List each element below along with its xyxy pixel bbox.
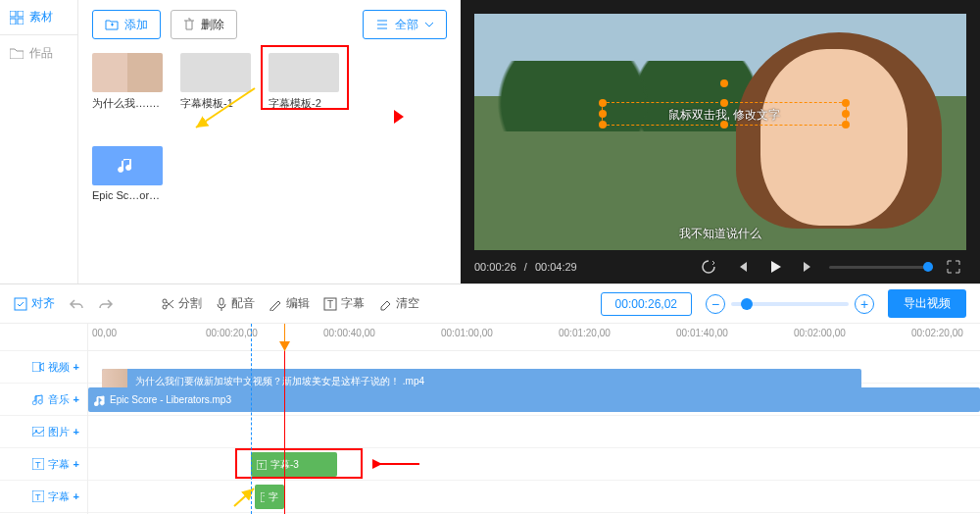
track-image[interactable]: 图片+ (0, 425, 87, 439)
delete-label: 删除 (201, 17, 224, 33)
template-thumb (180, 53, 251, 92)
track-audio[interactable]: 音乐+ (0, 392, 87, 407)
sidebar: 素材 作品 (0, 0, 78, 283)
svg-text:T: T (327, 299, 333, 310)
next-button[interactable] (796, 254, 821, 280)
clear-label: 清空 (396, 295, 419, 312)
track-video[interactable]: 视频+ (0, 360, 87, 375)
prev-button[interactable] (729, 254, 755, 280)
video-icon (32, 362, 44, 372)
filter-label: 全部 (395, 17, 418, 33)
split-tool[interactable]: 分割 (161, 295, 202, 312)
tab-works-label: 作品 (29, 45, 53, 62)
player-controls: 00:00:26/00:04:29 (461, 250, 980, 283)
eraser-icon (378, 297, 392, 311)
video-canvas[interactable]: 鼠标双击我, 修改文字 我不知道说什么 (474, 14, 966, 250)
undo-button[interactable] (69, 297, 84, 311)
music-icon (32, 393, 44, 405)
align-label: 对齐 (31, 295, 55, 312)
align-toggle[interactable]: 对齐 (14, 295, 55, 312)
svg-rect-2 (10, 19, 16, 25)
image-icon (32, 427, 44, 437)
music-icon (118, 156, 137, 176)
library-toolbar: 添加 删除 全部 (92, 10, 447, 39)
voice-tool[interactable]: 配音 (216, 295, 255, 312)
media-item[interactable]: Epic Sc…ors.mp3 (92, 146, 163, 201)
subtitle-tool[interactable]: T字幕 (323, 295, 365, 312)
edit-label: 编辑 (286, 295, 310, 312)
track-row-audio[interactable]: Epic Score - Liberators.mp3 (88, 384, 980, 416)
zoom-slider[interactable] (731, 302, 849, 306)
annotation-arrow-red (372, 454, 421, 474)
media-item[interactable]: 字幕模板-2 (269, 53, 339, 111)
overlay-edit-text[interactable]: 鼠标双击我, 修改文字 (603, 107, 846, 124)
trash-icon (183, 18, 195, 31)
track-row-sub2[interactable]: T字 (88, 481, 980, 513)
caption-text: 我不知道说什么 (474, 226, 966, 242)
tab-media-label: 素材 (29, 9, 53, 26)
edit-tool[interactable]: 编辑 (269, 295, 310, 312)
list-icon (375, 19, 389, 30)
text-icon: T (32, 458, 44, 470)
time-ruler[interactable]: 00,00 00:00:20,00 00:00:40,00 00:01:00,0… (88, 324, 980, 351)
clear-tool[interactable]: 清空 (378, 295, 419, 312)
timeline: 对齐 分割 配音 编辑 T字幕 清空 00:00:26,02 − + 导出视频 … (0, 283, 980, 514)
timeline-toolbar: 对齐 分割 配音 编辑 T字幕 清空 00:00:26,02 − + 导出视频 (0, 284, 980, 324)
zoom-out-button[interactable]: − (706, 294, 725, 314)
media-item[interactable]: 字幕模板-1 (180, 53, 251, 111)
svg-rect-0 (10, 11, 16, 17)
volume-slider[interactable] (829, 266, 933, 269)
play-button[interactable] (762, 254, 788, 280)
folder-icon (10, 46, 24, 60)
pencil-icon (269, 297, 282, 311)
tab-media[interactable]: 素材 (0, 0, 77, 35)
track-row-video[interactable]: 为什么我们要做新加坡中文视频？新加坡美女是这样子说的！ .mp4 (88, 351, 980, 384)
svg-text:T: T (263, 493, 265, 502)
redo-button[interactable] (98, 297, 114, 311)
tab-works[interactable]: 作品 (0, 35, 77, 71)
media-name: 字幕模板-1 (180, 96, 251, 111)
svg-text:T: T (259, 461, 264, 470)
svg-point-6 (163, 299, 167, 303)
mic-icon (216, 297, 227, 311)
media-name: 字幕模板-2 (269, 96, 339, 111)
export-button[interactable]: 导出视频 (888, 289, 966, 318)
delete-button[interactable]: 删除 (171, 10, 237, 39)
fullscreen-button[interactable] (941, 254, 966, 280)
chevron-down-icon (424, 22, 434, 27)
voice-label: 配音 (231, 295, 255, 312)
subtitle-clip[interactable]: T字幕-3 (251, 452, 337, 477)
time-total: 00:04:29 (535, 261, 577, 273)
time-current: 00:00:26 (474, 261, 516, 273)
svg-text:T: T (35, 492, 41, 502)
snap-guide (251, 324, 252, 514)
text-overlay-handle[interactable]: 鼠标双击我, 修改文字 (602, 102, 847, 126)
plus-folder-icon (105, 19, 119, 30)
split-label: 分割 (178, 295, 202, 312)
track-row-sub1[interactable]: T字幕-3 (88, 448, 980, 481)
audio-clip[interactable]: Epic Score - Liberators.mp3 (88, 387, 980, 412)
track-area[interactable]: 00,00 00:00:20,00 00:00:40,00 00:01:00,0… (88, 324, 980, 514)
text-icon: T (32, 490, 44, 502)
media-item[interactable]: 为什么我….mp4 (92, 53, 163, 111)
track-subtitle-2[interactable]: T字幕+ (0, 489, 87, 504)
svg-rect-8 (220, 298, 223, 305)
add-button[interactable]: 添加 (92, 10, 161, 39)
template-thumb (269, 53, 339, 92)
rotate-button[interactable] (696, 254, 721, 280)
subtitle-label: 字幕 (341, 295, 365, 312)
subtitle-clip-2[interactable]: T字 (255, 485, 284, 509)
grid-icon (10, 11, 24, 25)
svg-rect-5 (15, 298, 26, 310)
filter-button[interactable]: 全部 (363, 10, 447, 39)
add-label: 添加 (124, 17, 148, 33)
svg-rect-11 (32, 362, 40, 372)
svg-point-7 (163, 305, 167, 309)
zoom-in-button[interactable]: + (855, 294, 874, 314)
video-player: 鼠标双击我, 修改文字 我不知道说什么 00:00:26/00:04:29 (461, 0, 980, 283)
zoom-control: − + (706, 294, 874, 314)
media-name: Epic Sc…ors.mp3 (92, 189, 163, 201)
annotation-vline (284, 351, 285, 514)
track-row-image[interactable] (88, 416, 980, 448)
track-subtitle[interactable]: T字幕+ (0, 457, 87, 472)
